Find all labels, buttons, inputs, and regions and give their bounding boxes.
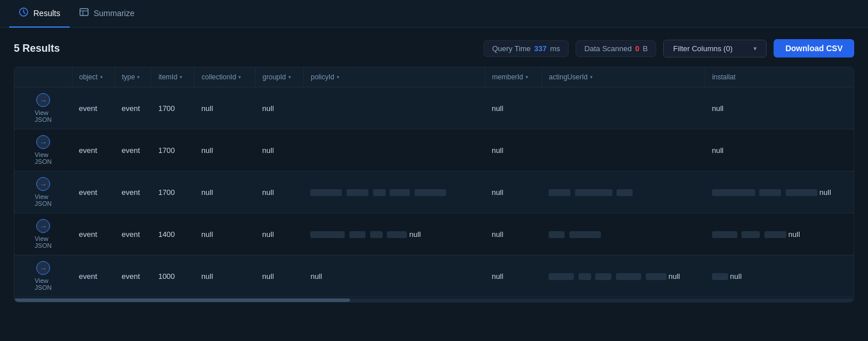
- arrow-right-icon: →: [36, 135, 50, 149]
- masked-data: [414, 189, 446, 196]
- view-json-button-2[interactable]: → ViewJSON: [21, 135, 65, 165]
- col-header-installat[interactable]: installat: [705, 67, 854, 87]
- tab-results-label: Results: [33, 9, 60, 18]
- table-header-row: object▾ type▾ itemId▾ collectionId▾ grou…: [14, 67, 854, 87]
- col-header-groupid[interactable]: groupId▾: [256, 67, 304, 87]
- cell-policyid-4: null: [303, 213, 485, 255]
- cell-groupid-2: null: [256, 129, 304, 171]
- col-header-policyid[interactable]: policyId▾: [303, 67, 485, 87]
- cell-itemid-4: 1400: [151, 213, 195, 255]
- cell-type-4: event: [115, 213, 151, 255]
- masked-data: [712, 231, 737, 238]
- masked-data: [347, 189, 368, 196]
- query-time-label: Query Time: [492, 44, 531, 53]
- cell-action-5[interactable]: → ViewJSON: [14, 255, 72, 297]
- col-header-itemid[interactable]: itemId▾: [151, 67, 195, 87]
- download-csv-button[interactable]: Download CSV: [774, 39, 854, 58]
- cell-type-1: event: [115, 87, 151, 129]
- scrollbar-thumb[interactable]: [14, 298, 350, 302]
- cell-collectionid-1: null: [195, 87, 256, 129]
- view-json-button-3[interactable]: → ViewJSON: [21, 177, 65, 207]
- cell-policyid-1: [303, 87, 485, 129]
- arrow-right-icon: →: [36, 177, 50, 191]
- sort-arrow-actinguserid: ▾: [590, 74, 593, 80]
- masked-data: [578, 273, 591, 280]
- tab-results[interactable]: Results: [9, 0, 70, 28]
- data-scanned-label: Data Scanned: [584, 44, 631, 53]
- results-count: 5 Results: [14, 43, 477, 55]
- sort-arrow-collectionid: ▾: [238, 74, 241, 80]
- masked-data: [712, 273, 728, 280]
- cell-collectionid-3: null: [195, 171, 256, 213]
- cell-object-3: event: [72, 171, 115, 213]
- cell-collectionid-5: null: [195, 255, 256, 297]
- cell-memberid-1: null: [485, 87, 542, 129]
- view-json-button-5[interactable]: → ViewJSON: [21, 261, 65, 291]
- view-json-button-1[interactable]: → ViewJSON: [21, 93, 65, 123]
- cell-installat-2: null: [705, 129, 854, 171]
- sort-arrow-groupid: ▾: [288, 74, 291, 80]
- sort-arrow-type: ▾: [137, 74, 140, 80]
- masked-data: [595, 273, 611, 280]
- cell-itemid-3: 1700: [151, 171, 195, 213]
- arrow-right-icon: →: [36, 261, 50, 275]
- masked-data: [569, 231, 601, 238]
- cell-itemid-1: 1700: [151, 87, 195, 129]
- table-row: → ViewJSON event event 1700 null null nu…: [14, 129, 854, 171]
- cell-action-3[interactable]: → ViewJSON: [14, 171, 72, 213]
- data-scanned-value: 0: [635, 44, 639, 53]
- horizontal-scrollbar[interactable]: [14, 298, 854, 302]
- col-header-action: [14, 67, 72, 87]
- masked-data: [349, 231, 366, 238]
- sort-arrow-object: ▾: [100, 74, 103, 80]
- masked-data: [712, 189, 755, 196]
- cell-groupid-4: null: [256, 213, 304, 255]
- cell-itemid-2: 1700: [151, 129, 195, 171]
- query-time-value: 337: [534, 44, 547, 53]
- table-row: → ViewJSON event event 1000 null null nu…: [14, 255, 854, 297]
- arrow-right-icon: →: [36, 93, 50, 107]
- tab-summarize[interactable]: Summarize: [70, 0, 144, 28]
- cell-object-2: event: [72, 129, 115, 171]
- cell-type-2: event: [115, 129, 151, 171]
- masked-data: [759, 189, 781, 196]
- cell-policyid-2: [303, 129, 485, 171]
- sort-arrow-memberid: ▾: [526, 74, 528, 80]
- masked-data: [549, 273, 574, 280]
- masked-data: [616, 189, 633, 196]
- col-header-object[interactable]: object▾: [72, 67, 115, 87]
- cell-action-4[interactable]: → ViewJSON: [14, 213, 72, 255]
- col-header-memberid[interactable]: memberId▾: [485, 67, 542, 87]
- cell-type-3: event: [115, 171, 151, 213]
- cell-policyid-3: [303, 171, 485, 213]
- cell-groupid-5: null: [256, 255, 304, 297]
- sort-arrow-itemid: ▾: [180, 74, 182, 80]
- cell-actinguserid-3: [542, 171, 705, 213]
- col-header-collectionid[interactable]: collectionId▾: [195, 67, 256, 87]
- masked-data: [310, 231, 345, 238]
- results-table-wrapper: object▾ type▾ itemId▾ collectionId▾ grou…: [14, 67, 854, 302]
- col-header-actinguserid[interactable]: actingUserId▾: [542, 67, 705, 87]
- cell-object-4: event: [72, 213, 115, 255]
- cell-actinguserid-4: [542, 213, 705, 255]
- cell-action-1[interactable]: → ViewJSON: [14, 87, 72, 129]
- query-time-unit: ms: [550, 44, 560, 53]
- col-header-type[interactable]: type▾: [115, 67, 151, 87]
- cell-installat-4: null: [705, 213, 854, 255]
- main-content: 5 Results Query Time 337 ms Data Scanned…: [0, 28, 868, 314]
- filter-columns-button[interactable]: Filter Columns (0) ▾: [663, 40, 767, 58]
- view-json-button-4[interactable]: → ViewJSON: [21, 219, 65, 249]
- cell-actinguserid-1: [542, 87, 705, 129]
- cell-installat-1: null: [705, 87, 854, 129]
- cell-memberid-3: null: [485, 171, 542, 213]
- masked-data: [741, 231, 760, 238]
- cell-memberid-2: null: [485, 129, 542, 171]
- cell-memberid-5: null: [485, 255, 542, 297]
- sort-arrow-policyid: ▾: [337, 74, 340, 80]
- masked-data: [390, 189, 410, 196]
- cell-policyid-5: null: [303, 255, 485, 297]
- table-row: → ViewJSON event event 1700 null null: [14, 171, 854, 213]
- cell-object-1: event: [72, 87, 115, 129]
- cell-action-2[interactable]: → ViewJSON: [14, 129, 72, 171]
- cell-collectionid-4: null: [195, 213, 256, 255]
